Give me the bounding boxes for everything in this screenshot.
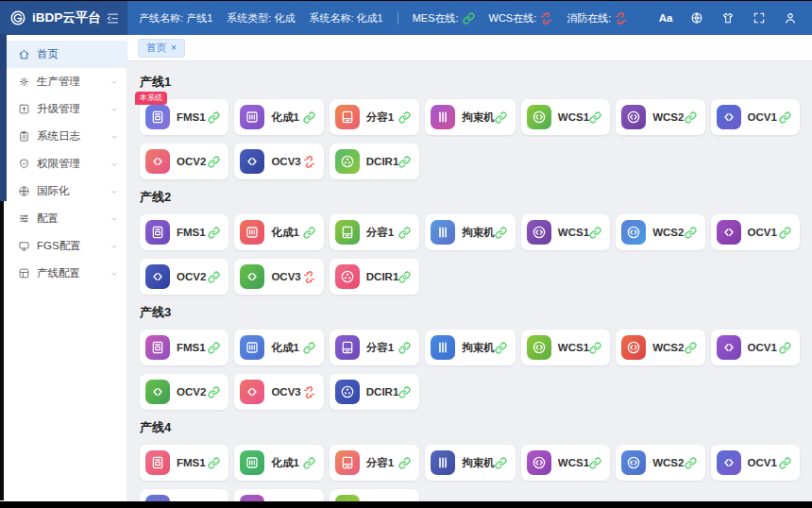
permission-icon: [18, 158, 30, 170]
code-icon: [621, 220, 646, 245]
status-indicator: WCS在线:: [489, 11, 553, 25]
system-card-DCIR1[interactable]: DCIR1: [330, 144, 420, 179]
fullscreen-icon[interactable]: [752, 10, 767, 25]
user-icon[interactable]: [783, 10, 798, 25]
header-info-item: 系统名称: 化成1: [309, 11, 382, 25]
system-card-分容1[interactable]: 分容1: [330, 99, 420, 135]
chevron-down-icon: [110, 242, 119, 251]
sidebar-item-首页[interactable]: 首页: [0, 41, 127, 68]
section-title: 产线2: [140, 189, 800, 206]
system-card-WCS2[interactable]: WCS2: [616, 445, 704, 481]
system-card-分容1[interactable]: 分容1: [330, 445, 420, 481]
production-line-section: 产线2 FMS1 化成1 分容1 拘束机 WCS1 WCS2 OCV1 OCV2…: [140, 189, 800, 295]
link-icon: [495, 457, 507, 469]
furnace-icon: [240, 220, 264, 245]
link-icon: [463, 12, 475, 25]
broken-link-icon: [303, 156, 315, 168]
sidebar-item-产线配置[interactable]: 产线配置: [0, 260, 127, 287]
system-card-拘束机[interactable]: 拘束机: [425, 445, 516, 481]
system-card-WCS1[interactable]: WCS1: [521, 214, 610, 250]
cluster-icon: [335, 380, 360, 404]
dashboard-content: 产线1 FMS1 本系统 化成1 分容1 拘束机 WCS1 WCS2 OCV1 …: [127, 61, 812, 501]
swoosh-icon: [717, 105, 741, 129]
bars-icon: [431, 105, 455, 129]
link-icon: [208, 156, 220, 168]
system-card-WCS2[interactable]: WCS2: [616, 214, 704, 250]
header-info-item: 产线名称: 产线1: [139, 11, 212, 25]
system-card-FMS1[interactable]: FMS1 本系统: [140, 99, 228, 135]
system-card-DCIR1[interactable]: DCIR1: [330, 259, 420, 295]
system-card-WCS1[interactable]: WCS1: [521, 330, 610, 365]
system-card-FMS1[interactable]: FMS1: [140, 445, 228, 481]
link-icon: [495, 111, 507, 124]
system-card-分容1[interactable]: 分容1: [330, 214, 420, 250]
system-card-拘束机[interactable]: 拘束机: [425, 99, 516, 135]
system-card-OCV1[interactable]: OCV1: [711, 330, 800, 365]
language-globe-icon[interactable]: [689, 10, 704, 25]
broken-link-icon: [540, 12, 552, 25]
system-card-OCV2[interactable]: OCV2: [140, 144, 228, 179]
link-icon: [779, 457, 791, 469]
swoosh-icon: [145, 149, 170, 174]
link-icon: [398, 386, 411, 398]
sidebar-item-生产管理[interactable]: 生产管理: [0, 68, 127, 95]
system-card-化成1[interactable]: 化成1: [234, 445, 323, 481]
link-icon: [495, 227, 507, 239]
link-icon: [779, 111, 791, 124]
system-card-FMS1[interactable]: FMS1: [140, 330, 228, 365]
sidebar-item-配置[interactable]: 配置: [0, 205, 127, 232]
swoosh-icon: [145, 495, 170, 501]
system-card-FMS1[interactable]: FMS1: [140, 214, 228, 250]
system-card-OCV1[interactable]: OCV1: [711, 99, 800, 135]
system-card-拘束机[interactable]: 拘束机: [425, 214, 516, 250]
font-size-icon[interactable]: Aa: [658, 10, 673, 25]
desktop-edge-strip: [0, 201, 4, 500]
tab-close-icon[interactable]: ×: [171, 43, 177, 53]
sidebar-item-升级管理[interactable]: 升级管理: [0, 95, 127, 123]
system-card-OCV2[interactable]: OCV2: [140, 489, 228, 501]
link-icon: [398, 501, 411, 502]
system-card-化成1[interactable]: 化成1: [234, 330, 323, 365]
logo-area: iBDP云平台: [0, 1, 127, 35]
system-card-分容1[interactable]: 分容1: [330, 330, 420, 365]
system-card-WCS1[interactable]: WCS1: [521, 445, 610, 481]
code-icon: [621, 450, 646, 475]
system-card-化成1[interactable]: 化成1: [234, 214, 323, 250]
system-card-OCV2[interactable]: OCV2: [140, 374, 228, 410]
link-icon: [398, 271, 411, 283]
system-card-DCIR1[interactable]: DCIR1: [330, 489, 420, 501]
tab-home[interactable]: 首页 ×: [138, 39, 185, 58]
system-card-化成1[interactable]: 化成1: [234, 99, 323, 135]
chevron-down-icon: [110, 214, 119, 224]
main-area: 首页 × 产线1 FMS1 本系统 化成1 分容1 拘束机 WCS1 WCS2 …: [127, 35, 812, 501]
sidebar-item-系统日志[interactable]: 系统日志: [0, 123, 127, 150]
production-icon: [18, 76, 30, 88]
monitor-icon: [18, 240, 30, 252]
theme-icon[interactable]: [720, 10, 736, 25]
header-info-strip: 产线名称: 产线1 系统类型: 化成 系统名称: 化成1 MES在线: WCS在…: [139, 11, 627, 25]
system-card-WCS2[interactable]: WCS2: [616, 330, 704, 365]
sidebar-item-国际化[interactable]: 国际化: [0, 178, 127, 205]
sidebar-collapse-icon[interactable]: [106, 11, 120, 25]
status-indicator: 消防在线:: [567, 11, 627, 25]
link-icon: [303, 342, 315, 354]
system-card-OCV2[interactable]: OCV2: [140, 259, 228, 295]
system-card-OCV1[interactable]: OCV1: [711, 445, 800, 481]
system-card-OCV3[interactable]: OCV3: [234, 259, 323, 295]
system-card-OCV3[interactable]: OCV3: [234, 144, 323, 179]
swoosh-icon: [240, 380, 264, 404]
system-card-OCV3[interactable]: OCV3: [234, 374, 323, 410]
system-card-拘束机[interactable]: 拘束机: [425, 330, 516, 365]
system-card-DCIR1[interactable]: DCIR1: [330, 374, 420, 410]
swoosh-icon: [240, 149, 264, 174]
broken-link-icon: [615, 12, 627, 25]
app-title: iBDP云平台: [32, 9, 106, 26]
sidebar-item-FGS配置[interactable]: FGS配置: [0, 232, 127, 260]
link-icon: [208, 457, 220, 469]
system-card-WCS1[interactable]: WCS1: [521, 99, 610, 135]
sidebar-item-权限管理[interactable]: 权限管理: [0, 150, 127, 178]
system-card-OCV1[interactable]: OCV1: [711, 214, 800, 250]
chevron-down-icon: [110, 77, 119, 87]
system-card-WCS2[interactable]: WCS2: [616, 99, 704, 135]
system-card-OCV3[interactable]: OCV3: [234, 489, 323, 501]
